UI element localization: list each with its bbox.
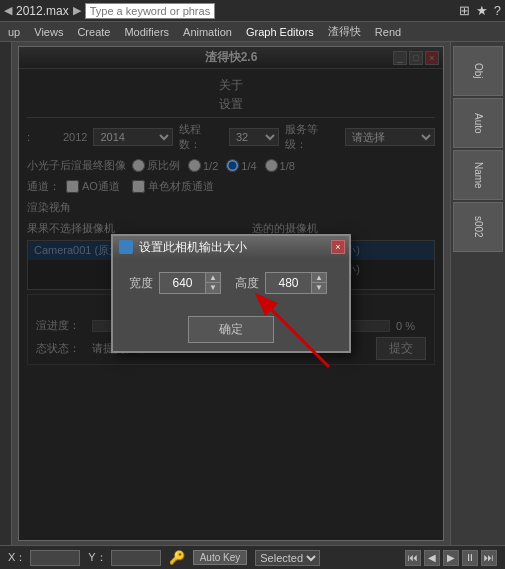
height-label: 高度 xyxy=(235,275,259,292)
playback-icons: ⏮ ◀ ▶ ⏸ ⏭ xyxy=(405,550,497,566)
rsidebar-label-s002: s002 xyxy=(473,216,484,238)
width-input[interactable] xyxy=(160,273,205,293)
rsidebar-tab-s002[interactable]: s002 xyxy=(453,202,503,252)
main-area: 渣得快2.6 _ □ × 关于 设置 : 20 xyxy=(0,42,505,545)
modal-body: 宽度 ▲ ▼ 高度 xyxy=(113,258,349,308)
selected-dropdown[interactable]: Selected xyxy=(255,550,320,566)
width-arrows: ▲ ▼ xyxy=(205,273,220,293)
key-icon: 🔑 xyxy=(169,550,185,565)
menu-item-modifiers[interactable]: Modifiers xyxy=(118,24,175,40)
playback-pause[interactable]: ⏸ xyxy=(462,550,478,566)
menu-bar: up Views Create Modifiers Animation Grap… xyxy=(0,22,505,42)
playback-prev[interactable]: ◀ xyxy=(424,550,440,566)
title-arrow: ▶ xyxy=(73,4,81,17)
help-icon[interactable]: ? xyxy=(494,3,501,18)
modal-icon xyxy=(119,240,133,254)
height-field: 高度 ▲ ▼ xyxy=(235,272,327,294)
menu-item-graph-editors[interactable]: Graph Editors xyxy=(240,24,320,40)
menu-item-rend[interactable]: Rend xyxy=(369,24,407,40)
x-label: X： xyxy=(8,550,26,565)
status-bar: X： Y： 🔑 Auto Key Selected ⏮ ◀ ▶ ⏸ ⏭ xyxy=(0,545,505,569)
title-search-input[interactable] xyxy=(85,3,215,19)
playback-play[interactable]: ▶ xyxy=(443,550,459,566)
menu-item-create[interactable]: Create xyxy=(71,24,116,40)
x-input[interactable] xyxy=(30,550,80,566)
title-bar: ◀ 2012.max ▶ ⊞ ★ ? xyxy=(0,0,505,22)
right-sidebar-tabs: Obj Auto Name s002 xyxy=(451,42,505,256)
status-y: Y： xyxy=(88,550,160,566)
center-panel: 渣得快2.6 _ □ × 关于 设置 : 20 xyxy=(12,42,450,545)
playback-end[interactable]: ⏭ xyxy=(481,550,497,566)
modal-overlay: 设置此相机输出大小 × 宽度 ▲ ▼ xyxy=(19,47,443,540)
bookmark-icon[interactable]: ★ xyxy=(476,3,488,18)
rsidebar-tab-name[interactable]: Name xyxy=(453,150,503,200)
rsidebar-tab-auto[interactable]: Auto xyxy=(453,98,503,148)
autokey-button[interactable]: Auto Key xyxy=(193,550,248,565)
title-filename: 2012.max xyxy=(16,4,69,18)
width-up-btn[interactable]: ▲ xyxy=(206,273,220,283)
modal-title: 设置此相机输出大小 xyxy=(139,239,343,256)
zdkwindow: 渣得快2.6 _ □ × 关于 设置 : 20 xyxy=(18,46,444,541)
right-sidebar: Obj Auto Name s002 xyxy=(450,42,505,545)
rsidebar-label-name: Name xyxy=(473,162,484,189)
width-label: 宽度 xyxy=(129,275,153,292)
title-icons: ⊞ ★ ? xyxy=(459,3,501,18)
menu-item-views[interactable]: Views xyxy=(28,24,69,40)
status-x: X： xyxy=(8,550,80,566)
rsidebar-label-auto: Auto xyxy=(473,113,484,134)
height-spinner[interactable]: ▲ ▼ xyxy=(265,272,327,294)
menu-item-zdekuai[interactable]: 渣得快 xyxy=(322,22,367,41)
height-arrows: ▲ ▼ xyxy=(311,273,326,293)
search-icon[interactable]: ⊞ xyxy=(459,3,470,18)
modal-dialog: 设置此相机输出大小 × 宽度 ▲ ▼ xyxy=(111,234,351,353)
height-input[interactable] xyxy=(266,273,311,293)
width-down-btn[interactable]: ▼ xyxy=(206,283,220,293)
left-sidebar xyxy=(0,42,12,545)
title-bar-left: ◀ 2012.max ▶ xyxy=(4,3,459,19)
modal-confirm-button[interactable]: 确定 xyxy=(188,316,274,343)
width-field: 宽度 ▲ ▼ xyxy=(129,272,221,294)
menu-item-up[interactable]: up xyxy=(2,24,26,40)
height-up-btn[interactable]: ▲ xyxy=(312,273,326,283)
playback-start[interactable]: ⏮ xyxy=(405,550,421,566)
modal-close-button[interactable]: × xyxy=(331,240,345,254)
rsidebar-label-obj: Obj xyxy=(473,63,484,79)
rsidebar-tab-obj[interactable]: Obj xyxy=(453,46,503,96)
menu-item-animation[interactable]: Animation xyxy=(177,24,238,40)
height-down-btn[interactable]: ▼ xyxy=(312,283,326,293)
modal-footer: 确定 xyxy=(113,308,349,351)
y-label: Y： xyxy=(88,550,106,565)
modal-titlebar: 设置此相机输出大小 × xyxy=(113,236,349,258)
y-input[interactable] xyxy=(111,550,161,566)
width-spinner[interactable]: ▲ ▼ xyxy=(159,272,221,294)
title-icon: ◀ xyxy=(4,4,12,17)
